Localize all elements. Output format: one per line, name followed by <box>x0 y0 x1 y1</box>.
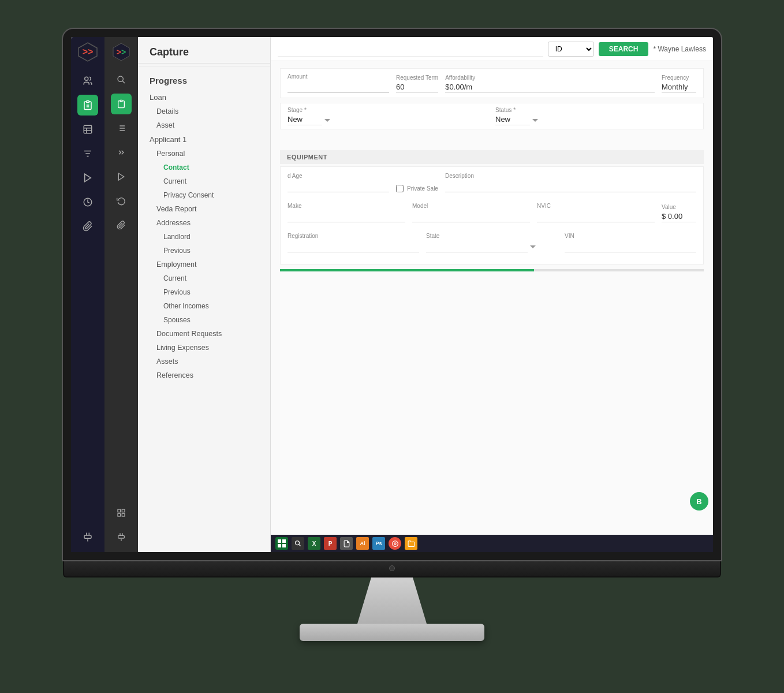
sidebar-icon-people[interactable] <box>77 70 98 91</box>
sidebar-icon-table[interactable] <box>77 119 98 140</box>
taskbar-excel[interactable]: X <box>308 537 320 550</box>
nav-other-incomes[interactable]: Other Incomes <box>138 299 270 313</box>
taskbar-chrome[interactable] <box>389 537 401 550</box>
status-label: Status * <box>495 107 696 113</box>
frequency-label: Frequency <box>662 74 696 81</box>
value-label: Value <box>662 204 696 210</box>
icon-bar-right: >> <box>104 37 138 552</box>
model-group: Model <box>412 203 530 222</box>
nav-living-expenses[interactable]: Living Expenses <box>138 341 270 355</box>
amount-group: Amount <box>288 73 389 93</box>
stage-value: New <box>288 115 322 125</box>
nav-landlord[interactable]: Landlord <box>138 230 270 244</box>
sidebar-icon-clipboard[interactable] <box>77 95 98 116</box>
nav-assets[interactable]: Assets <box>138 355 270 368</box>
nav-asset[interactable]: Asset <box>138 118 270 132</box>
nav-personal[interactable]: Personal <box>138 147 270 161</box>
nav-icon-list[interactable] <box>111 118 132 139</box>
taskbar-illustrator[interactable]: Ai <box>356 537 369 550</box>
asset-row3: Registration State <box>288 233 696 252</box>
private-sale-group: Private Sale <box>396 185 438 192</box>
user-avatar[interactable]: B <box>690 492 708 511</box>
nav-icon-plug[interactable] <box>111 527 132 547</box>
nav-icon-play[interactable] <box>111 166 132 187</box>
svg-rect-3 <box>87 101 89 103</box>
equipment-section-header: EQUIPMENT <box>280 150 704 164</box>
age-input[interactable] <box>288 181 389 192</box>
top-bar: ID SEARCH * Wayne Lawless <box>271 37 713 61</box>
taskbar-search[interactable] <box>292 537 304 550</box>
nav-current-emp[interactable]: Current <box>138 271 270 285</box>
registration-group: Registration <box>288 233 419 252</box>
sidebar-icon-play[interactable] <box>77 167 98 188</box>
nav-icon-attach[interactable] <box>111 215 132 236</box>
nav-employment[interactable]: Employment <box>138 258 270 271</box>
asset-row2: Make Model NVIC <box>288 203 696 222</box>
nav-previous-addr[interactable]: Previous <box>138 244 270 258</box>
form-progress-stripe <box>280 269 704 271</box>
taskbar-files[interactable] <box>340 537 353 550</box>
description-input[interactable] <box>445 181 696 192</box>
registration-input[interactable] <box>288 241 419 252</box>
nav-icon-chevrons[interactable] <box>111 142 132 163</box>
model-input[interactable] <box>412 211 530 222</box>
app-logo-2[interactable]: >> <box>111 42 132 62</box>
taskbar-photoshop[interactable]: Ps <box>372 537 385 550</box>
status-dropdown-icon[interactable] <box>532 117 538 123</box>
status-value: New <box>495 115 530 125</box>
svg-line-18 <box>122 81 125 83</box>
vin-group: VIN <box>565 233 696 252</box>
stage-group: Stage * New <box>288 107 488 125</box>
search-button[interactable]: SEARCH <box>599 42 649 56</box>
nav-loan[interactable]: Loan <box>138 90 270 105</box>
user-label: * Wayne Lawless <box>653 45 706 53</box>
nav-spouses[interactable]: Spouses <box>138 313 270 327</box>
monitor-camera <box>389 565 395 571</box>
sidebar-icon-clock[interactable] <box>77 192 98 213</box>
nav-contact[interactable]: Contact <box>138 161 270 174</box>
stage-status-row: Stage * New Status * New <box>280 103 704 129</box>
nav-addresses[interactable]: Addresses <box>138 216 270 230</box>
nav-icon-search[interactable] <box>111 69 132 90</box>
status-group: Status * New <box>495 107 696 125</box>
taskbar-powerpoint[interactable]: P <box>324 537 337 550</box>
taskbar-start[interactable] <box>275 537 288 550</box>
taskbar-folder[interactable] <box>405 537 417 550</box>
value-display: $ 0.00 <box>662 212 696 222</box>
stage-label: Stage * <box>288 107 488 113</box>
nav-current[interactable]: Current <box>138 174 270 188</box>
svg-point-17 <box>118 76 123 81</box>
nav-veda-report[interactable]: Veda Report <box>138 202 270 216</box>
make-input[interactable] <box>288 211 405 222</box>
app-logo[interactable]: >> <box>77 42 98 62</box>
taskbar: X P Ai Ps <box>271 535 713 552</box>
make-group: Make <box>288 203 405 222</box>
nav-icon-clipboard[interactable] <box>111 94 132 114</box>
value-group: Value $ 0.00 <box>662 204 696 222</box>
state-input[interactable] <box>426 241 528 252</box>
svg-line-39 <box>299 545 301 546</box>
state-dropdown-icon[interactable] <box>530 244 536 249</box>
vin-input[interactable] <box>565 241 696 252</box>
nav-icon-windows[interactable] <box>111 502 132 523</box>
amount-input[interactable] <box>288 81 389 93</box>
svg-rect-19 <box>120 100 122 102</box>
monitor: >> <box>51 29 733 664</box>
search-type-select[interactable]: ID <box>548 42 594 57</box>
nav-applicant1[interactable]: Applicant 1 <box>138 132 270 147</box>
nav-privacy-consent[interactable]: Privacy Consent <box>138 188 270 202</box>
stage-dropdown-icon[interactable] <box>324 117 330 123</box>
nvic-input[interactable] <box>537 211 655 222</box>
nav-document-requests[interactable]: Document Requests <box>138 327 270 341</box>
nav-icon-history[interactable] <box>111 191 132 211</box>
monitor-chin <box>63 560 721 578</box>
svg-marker-33 <box>530 245 536 248</box>
icon-bar-left: >> <box>71 37 104 552</box>
sidebar-icon-paperclip[interactable] <box>77 216 98 237</box>
sidebar-icon-filter[interactable] <box>77 143 98 164</box>
private-sale-checkbox[interactable] <box>396 185 404 192</box>
nav-references[interactable]: References <box>138 368 270 382</box>
nav-details[interactable]: Details <box>138 105 270 118</box>
sidebar-icon-plug[interactable] <box>77 527 98 547</box>
nav-previous-emp[interactable]: Previous <box>138 285 270 299</box>
